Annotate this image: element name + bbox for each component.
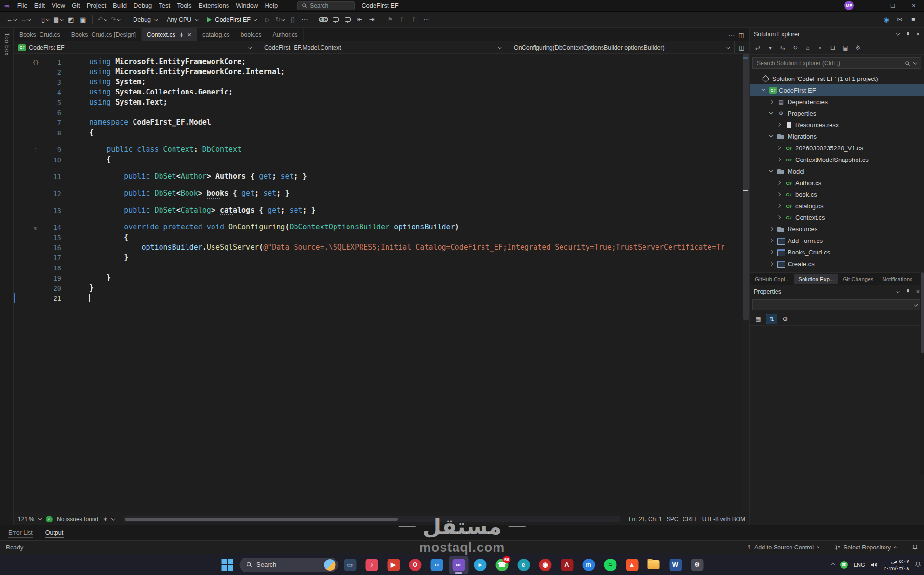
hot-reload-button[interactable]: ↻ <box>274 13 286 26</box>
menu-item-view[interactable]: View <box>48 2 68 9</box>
add-to-source-control-button[interactable]: ↥ Add to Source Control <box>747 544 819 551</box>
adobe-icon-slot[interactable]: A <box>557 556 576 574</box>
clock[interactable]: ٥:٠٧ ص ٢٠٢٥/٠٣/٠٨ <box>884 558 909 572</box>
quick-search-box[interactable]: Search <box>297 1 355 10</box>
tab-author-cs[interactable]: Author.cs <box>267 28 303 41</box>
tree-item-solution-codefirst-ef-1-of-1-project[interactable]: Solution 'CodeFirst EF' (1 of 1 project) <box>750 73 924 84</box>
account-avatar[interactable]: ME <box>844 1 854 10</box>
split-window-button[interactable]: ◫ <box>735 41 749 53</box>
references-icon[interactable]: {} <box>28 59 43 65</box>
code-line-3[interactable]: 3using System; <box>14 77 742 87</box>
maximize-button[interactable]: □ <box>883 0 903 11</box>
se-properties-icon[interactable]: ⚙ <box>852 42 864 53</box>
undo-button[interactable]: ↶ <box>96 13 108 26</box>
window-position-icon[interactable] <box>896 289 899 293</box>
code-line-9[interactable]: ⋮9 public class Context: DbContext <box>14 145 742 155</box>
override-icon[interactable]: ◎ <box>28 225 43 230</box>
menu-item-tools[interactable]: Tools <box>174 2 195 9</box>
code-line-11[interactable]: 11 public DbSet<Author> Authors { get; s… <box>14 172 742 182</box>
prop-categorized-icon[interactable]: ▦ <box>752 314 764 324</box>
language-indicator[interactable]: ENG <box>854 562 865 568</box>
tree-item-codefirst-ef[interactable]: C#CodeFirst EF <box>750 84 924 96</box>
task-list-button[interactable]: ≡ <box>908 13 919 26</box>
breakpoint-margin[interactable] <box>14 232 28 242</box>
minimize-button[interactable]: – <box>861 0 882 11</box>
breakpoint-margin[interactable] <box>14 293 28 303</box>
whatsapp-tray-icon[interactable]: ☎ <box>840 561 848 569</box>
code-editor[interactable]: {}1using Microsoft.EntityFrameworkCore;2… <box>14 54 749 512</box>
spell-check-button[interactable]: ABC <box>318 13 329 26</box>
code-line-19[interactable]: 19 } <box>14 273 742 283</box>
window-position-icon[interactable] <box>896 31 899 35</box>
telegram-icon-slot[interactable]: ▸ <box>470 556 490 574</box>
code-line-16[interactable]: 16 optionsBuilder.UseSqlServer(@"Data So… <box>14 242 742 253</box>
opera-icon-slot[interactable]: O <box>405 556 425 574</box>
zoom-dropdown[interactable]: 121 % <box>18 516 34 522</box>
breakpoint-margin[interactable] <box>14 222 28 232</box>
code-line-5[interactable]: 5using System.Text; <box>14 97 742 107</box>
chevron-right-icon[interactable] <box>768 249 775 255</box>
breakpoint-margin[interactable] <box>14 145 28 155</box>
next-bookmark-button[interactable]: ⚐ <box>409 13 420 26</box>
start-without-debugging-button[interactable]: ▷ <box>262 13 273 26</box>
chevron-right-icon[interactable] <box>776 191 782 198</box>
tab-books-crud-cs-design[interactable]: Books_Crud.cs [Design] <box>66 28 142 41</box>
tree-item-book-cs[interactable]: C#book.cs <box>750 188 924 200</box>
save-all-button[interactable]: ▣ <box>77 13 89 26</box>
tree-item-migrations[interactable]: Migrations <box>750 131 924 142</box>
code-line-14[interactable]: ◎14 override protected void OnConfigurin… <box>14 222 742 232</box>
breakpoint-margin[interactable] <box>14 97 28 107</box>
se-refresh-icon[interactable]: ↻ <box>790 42 801 53</box>
start-debugging-button[interactable]: CodeFirst EF <box>203 14 261 26</box>
code-line-8[interactable]: 8{ <box>14 128 742 138</box>
breakpoint-margin[interactable] <box>14 172 28 182</box>
code-line-2[interactable]: 2using Microsoft.EntityFrameworkCore.Int… <box>14 67 742 77</box>
tree-item-author-cs[interactable]: C#Author.cs <box>750 177 924 188</box>
settings-icon-slot[interactable]: ⚙ <box>687 556 707 574</box>
volume-icon[interactable] <box>871 562 878 568</box>
breakpoint-margin[interactable] <box>14 283 28 293</box>
panel-tab-git-changes[interactable]: Git Changes <box>839 274 877 284</box>
chevron-right-icon[interactable] <box>776 179 782 186</box>
tree-item-create-cs[interactable]: Create.cs <box>750 258 924 269</box>
breakpoint-margin[interactable] <box>14 87 28 97</box>
pc-icon-slot[interactable]: ▭ <box>340 556 360 574</box>
open-file-button[interactable]: ▤ <box>52 13 65 26</box>
close-icon[interactable]: × <box>187 31 191 38</box>
tree-scrollbar[interactable] <box>920 272 924 475</box>
tree-item-20260300235220-v1-cs[interactable]: C#20260300235220_V1.cs <box>750 142 924 154</box>
chevron-right-icon[interactable] <box>776 145 782 151</box>
panel-tab-github-copi[interactable]: GitHub Copi... <box>751 274 793 284</box>
edge-icon-slot[interactable]: e <box>514 556 533 574</box>
youtube-music-icon-slot[interactable]: ◉ <box>536 556 555 574</box>
chevron-down-icon[interactable] <box>768 133 775 140</box>
breakpoint-margin[interactable] <box>14 67 28 77</box>
brave-icon-slot[interactable]: ▲ <box>622 556 642 574</box>
tree-item-properties[interactable]: ⚙Properties <box>750 107 924 119</box>
menu-item-file[interactable]: File <box>14 2 31 9</box>
prop-pages-icon[interactable]: ⚙ <box>779 314 791 324</box>
tab-context-cs[interactable]: Context.cs× <box>142 28 197 41</box>
solution-search-input[interactable]: Search Solution Explorer (Ctrl+;) <box>752 57 921 69</box>
menu-item-build[interactable]: Build <box>109 2 130 9</box>
navigate-forward-button[interactable]: → <box>19 13 32 26</box>
code-cleanup-button[interactable]: ∗ <box>103 516 107 522</box>
menu-item-test[interactable]: Test <box>155 2 174 9</box>
solution-platforms-dropdown[interactable]: Any CPU <box>162 14 202 26</box>
se-scope-icon[interactable]: ⌂ <box>802 42 814 53</box>
toolbox-side-tab[interactable]: Toolbox <box>0 28 14 525</box>
se-switch-views-icon[interactable]: ⇄ <box>752 42 763 53</box>
code-line-18[interactable]: 18 <box>14 263 742 273</box>
line-ending[interactable]: CRLF <box>683 516 697 522</box>
chevron-down-icon[interactable] <box>913 60 917 64</box>
tab-books-crud-cs[interactable]: Books_Crud.cs <box>14 28 66 41</box>
code-line-7[interactable]: 7namespace CodeFirst_EF.Model <box>14 118 742 128</box>
menu-item-edit[interactable]: Edit <box>31 2 48 9</box>
prop-alphabetical-icon[interactable]: ⇅ <box>766 314 777 324</box>
save-button[interactable]: ◩ <box>65 13 77 26</box>
apple-music-icon-slot[interactable]: ♪ <box>362 556 381 574</box>
taskbar-search-box[interactable]: Search <box>239 558 338 572</box>
toggle-bookmark-button[interactable]: ⚑ <box>385 13 396 26</box>
code-line-20[interactable]: 20} <box>14 283 742 293</box>
notifications-bell-icon[interactable] <box>912 544 918 550</box>
